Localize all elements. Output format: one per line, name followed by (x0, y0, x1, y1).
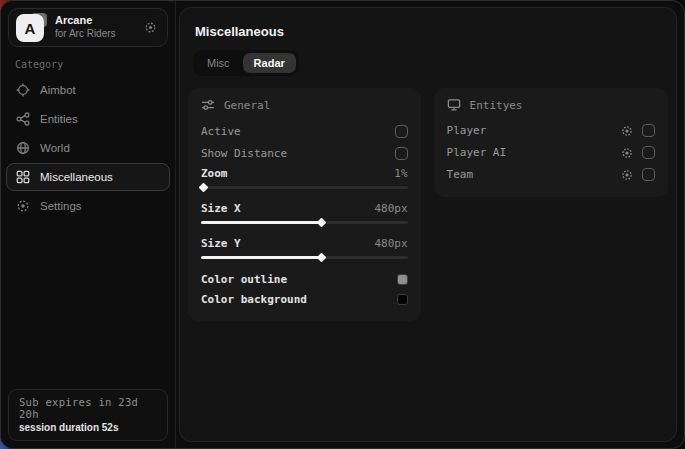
panel-entities: Entityes Player Player AI (434, 88, 668, 197)
main-content: Miscellaneous Misc Radar General (179, 7, 677, 442)
row-player: Player (447, 120, 655, 141)
row-active: Active (201, 120, 408, 142)
size-y-slider-fill (201, 256, 321, 259)
row-zoom: Zoom 1% (201, 164, 408, 183)
show-distance-label: Show Distance (201, 147, 395, 160)
sidebar-item-entities[interactable]: Entities (6, 105, 170, 133)
logo-letter: A (16, 14, 44, 42)
subscription-info: Sub expires in 23d 20h session duration … (8, 389, 168, 441)
color-outline-label: Color outline (201, 273, 397, 286)
session-duration-text: session duration 52s (19, 422, 157, 433)
sidebar: A Arcane for Arc Riders Category (1, 1, 176, 448)
sidebar-nav: Aimbot Entities World (1, 76, 175, 220)
player-ai-checkbox[interactable] (642, 146, 655, 159)
gear-icon[interactable] (621, 169, 633, 181)
size-y-slider-thumb[interactable] (316, 253, 326, 263)
gear-icon[interactable] (621, 147, 633, 159)
active-checkbox[interactable] (395, 125, 408, 138)
tab-misc[interactable]: Misc (196, 53, 241, 73)
panel-title: General (224, 99, 270, 112)
share-nodes-icon (16, 112, 30, 126)
grid-icon (16, 170, 30, 184)
sidebar-item-label: Entities (40, 113, 78, 125)
app-header: A Arcane for Arc Riders (8, 8, 168, 47)
panel-general-header: General (201, 98, 408, 112)
row-color-outline: Color outline (201, 269, 408, 289)
panel-general: General Active Show Distance Zoom 1% (188, 88, 421, 321)
row-show-distance: Show Distance (201, 142, 408, 164)
app-title-block: Arcane for Arc Riders (55, 14, 135, 40)
gear-icon[interactable] (621, 125, 633, 137)
app-logo: A (16, 13, 46, 42)
app-subtitle: for Arc Riders (55, 28, 135, 41)
size-x-slider-fill (201, 221, 321, 224)
sidebar-item-aimbot[interactable]: Aimbot (6, 76, 170, 104)
sub-expires-text: Sub expires in 23d 20h (19, 396, 157, 420)
category-label: Category (15, 59, 175, 70)
zoom-slider[interactable] (201, 186, 408, 189)
sidebar-item-label: World (40, 142, 70, 154)
show-distance-checkbox[interactable] (395, 147, 408, 160)
monitor-icon (447, 98, 461, 112)
globe-icon (16, 141, 30, 155)
panel-entities-header: Entityes (447, 98, 655, 112)
panels-row: General Active Show Distance Zoom 1% (188, 88, 668, 321)
row-size-y: Size Y 480px (201, 234, 408, 253)
sidebar-item-miscellaneous[interactable]: Miscellaneous (6, 163, 170, 191)
player-checkbox[interactable] (642, 124, 655, 137)
size-x-slider[interactable] (201, 221, 408, 224)
row-player-ai: Player AI (447, 142, 655, 163)
sidebar-item-label: Miscellaneous (40, 171, 113, 183)
tab-bar: Misc Radar (193, 50, 299, 76)
panel-title: Entityes (470, 99, 523, 112)
app-name: Arcane (55, 14, 135, 28)
size-x-value: 480px (374, 202, 407, 215)
color-outline-swatch[interactable] (397, 274, 408, 285)
size-y-value: 480px (374, 237, 407, 250)
team-label: Team (447, 168, 621, 181)
page-title: Miscellaneous (195, 24, 668, 39)
size-y-slider[interactable] (201, 256, 408, 259)
color-background-label: Color background (201, 293, 397, 306)
crosshair-icon (16, 83, 30, 97)
team-checkbox[interactable] (642, 168, 655, 181)
sliders-icon (201, 98, 215, 112)
sidebar-item-settings[interactable]: Settings (6, 192, 170, 220)
player-label: Player (447, 124, 621, 137)
size-y-label: Size Y (201, 237, 374, 250)
row-size-x: Size X 480px (201, 199, 408, 218)
row-team: Team (447, 164, 655, 185)
zoom-slider-thumb[interactable] (199, 183, 209, 193)
color-background-swatch[interactable] (397, 294, 408, 305)
row-color-background: Color background (201, 289, 408, 309)
size-x-label: Size X (201, 202, 374, 215)
sidebar-item-label: Settings (40, 200, 82, 212)
sidebar-item-label: Aimbot (40, 84, 76, 96)
active-label: Active (201, 125, 395, 138)
zoom-label: Zoom (201, 167, 394, 180)
sidebar-item-world[interactable]: World (6, 134, 170, 162)
gear-icon[interactable] (144, 21, 157, 34)
app-window: A Arcane for Arc Riders Category (0, 0, 685, 449)
size-x-slider-thumb[interactable] (316, 218, 326, 228)
gear-icon (16, 199, 30, 213)
player-ai-label: Player AI (447, 146, 621, 159)
tab-radar[interactable]: Radar (243, 53, 296, 73)
zoom-value: 1% (394, 167, 407, 180)
